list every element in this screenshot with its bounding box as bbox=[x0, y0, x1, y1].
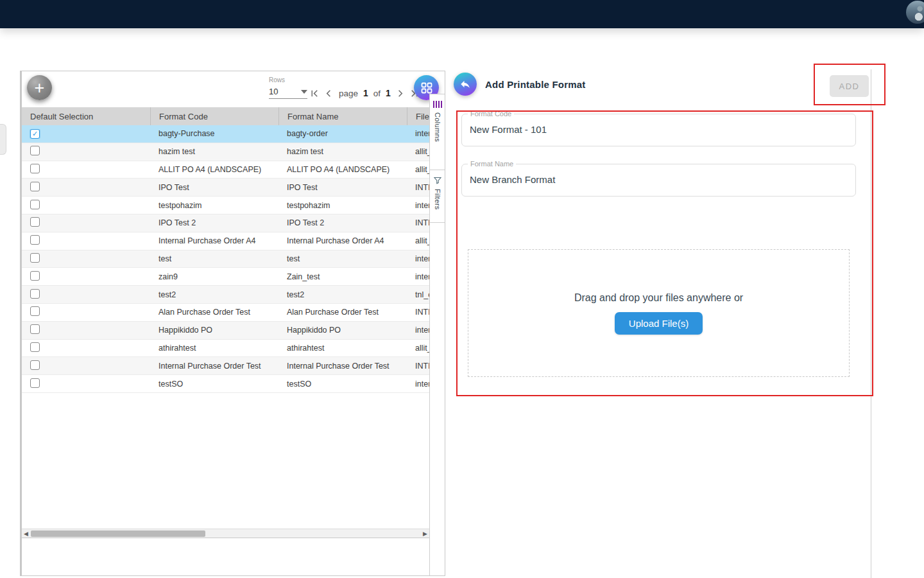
row-checkbox[interactable] bbox=[30, 253, 40, 263]
row-checkbox[interactable] bbox=[30, 342, 40, 352]
pager-current-page: 1 bbox=[363, 88, 368, 98]
prev-page-icon[interactable] bbox=[324, 89, 334, 98]
cell-format-code: IPO Test bbox=[150, 183, 278, 192]
app-window: + Rows 10 page 1 of 1 bbox=[0, 0, 924, 578]
format-code-field[interactable]: Format Code New Format - 101 bbox=[461, 114, 856, 146]
cell-format-code: ALLIT PO A4 (LANDSCAPE) bbox=[150, 165, 278, 174]
user-avatar[interactable] bbox=[906, 1, 924, 24]
back-arrow-icon bbox=[459, 78, 471, 90]
row-checkbox[interactable] bbox=[30, 217, 40, 227]
table-row[interactable]: athirahtestathirahtestallit_ bbox=[22, 340, 445, 358]
column-header[interactable]: Default Selection bbox=[22, 107, 150, 125]
row-checkbox[interactable] bbox=[30, 360, 40, 370]
row-checkbox[interactable] bbox=[30, 306, 40, 316]
cell-format-code: Internal Purchase Order A4 bbox=[150, 236, 278, 245]
upload-files-button[interactable]: Upload File(s) bbox=[615, 312, 703, 335]
panel-divider bbox=[871, 69, 871, 578]
table-row[interactable]: Internal Purchase Order A4Internal Purch… bbox=[22, 232, 445, 250]
table-row[interactable]: Internal Purchase Order TestInternal Pur… bbox=[22, 357, 445, 375]
add-row-button[interactable]: + bbox=[27, 75, 52, 100]
column-header[interactable]: Format Name bbox=[278, 107, 407, 125]
table-row[interactable]: testSOtestSOinter bbox=[22, 375, 445, 393]
cell-format-code: testSO bbox=[150, 380, 278, 389]
add-submit-button[interactable]: ADD bbox=[830, 75, 869, 97]
horizontal-scrollbar[interactable]: ◀ ▶ bbox=[22, 529, 429, 538]
filter-icon bbox=[434, 177, 441, 184]
tab-filters[interactable]: Filters bbox=[430, 170, 445, 223]
table-row[interactable]: zain9Zain_testinter bbox=[22, 268, 445, 286]
grid-toolbar: + Rows 10 page 1 of 1 bbox=[22, 71, 445, 107]
row-checkbox[interactable] bbox=[30, 324, 40, 334]
next-page-icon[interactable] bbox=[395, 89, 405, 98]
page-title: Add Printable Format bbox=[485, 79, 586, 90]
cell-format-code: hazim test bbox=[150, 147, 278, 156]
format-name-value: New Branch Format bbox=[470, 174, 555, 185]
cell-format-name: IPO Test bbox=[278, 183, 407, 192]
format-name-label: Format Name bbox=[468, 160, 516, 168]
pager: page 1 of 1 bbox=[310, 88, 419, 98]
cell-format-name: Internal Purchase Order Test bbox=[278, 362, 407, 371]
column-header[interactable]: Format Code bbox=[150, 107, 278, 125]
format-name-field[interactable]: Format Name New Branch Format bbox=[461, 164, 856, 197]
grid-body: ✓bagty-Purchasebagty-orderinterhazim tes… bbox=[22, 125, 445, 393]
cell-format-name: ALLIT PO A4 (LANDSCAPE) bbox=[278, 165, 407, 174]
table-header-row: Default SelectionFormat CodeFormat NameF… bbox=[22, 107, 445, 125]
row-checkbox[interactable] bbox=[30, 182, 40, 191]
cell-format-name: test2 bbox=[278, 290, 407, 299]
row-checkbox[interactable]: ✓ bbox=[30, 129, 40, 139]
rows-value: 10 bbox=[269, 87, 278, 96]
table-row[interactable]: Happikiddo POHappikiddo POinter bbox=[22, 322, 445, 340]
cell-format-name: athirahtest bbox=[278, 344, 407, 353]
cell-format-name: test bbox=[278, 254, 407, 263]
cell-format-code: testpohazim bbox=[150, 201, 278, 210]
cell-format-code: test2 bbox=[150, 290, 278, 299]
pager-page-word: page bbox=[339, 89, 358, 98]
formats-grid-panel: + Rows 10 page 1 of 1 bbox=[20, 71, 445, 576]
row-checkbox[interactable] bbox=[30, 235, 40, 245]
table-row[interactable]: IPO Test 2IPO Test 2INTE bbox=[22, 215, 445, 232]
left-drawer-handle[interactable] bbox=[0, 124, 6, 155]
row-checkbox[interactable] bbox=[30, 200, 40, 209]
first-page-icon[interactable] bbox=[310, 89, 320, 98]
scroll-left-icon[interactable]: ◀ bbox=[24, 530, 28, 538]
cell-format-code: test bbox=[150, 254, 278, 263]
cell-format-code: Alan Purchase Order Test bbox=[150, 308, 278, 317]
tab-columns[interactable]: Columns bbox=[430, 94, 445, 170]
rows-label: Rows bbox=[269, 76, 307, 83]
table-row[interactable]: test2test2tnl_c bbox=[22, 286, 445, 304]
cell-format-name: Alan Purchase Order Test bbox=[278, 308, 407, 317]
cell-format-code: bagty-Purchase bbox=[150, 129, 278, 138]
scroll-right-icon[interactable]: ▶ bbox=[423, 530, 427, 538]
back-button[interactable] bbox=[454, 73, 477, 96]
row-checkbox[interactable] bbox=[30, 271, 40, 281]
grid-icon bbox=[420, 82, 433, 94]
plus-icon: + bbox=[35, 78, 45, 98]
table-row[interactable]: testpohazimtestpohaziminter bbox=[22, 197, 445, 215]
cell-format-name: Internal Purchase Order A4 bbox=[278, 236, 407, 245]
cell-format-name: Happikiddo PO bbox=[278, 326, 407, 335]
table-row[interactable]: IPO TestIPO TestINTE bbox=[22, 179, 445, 197]
tab-columns-label: Columns bbox=[434, 112, 441, 142]
table-row[interactable]: Alan Purchase Order TestAlan Purchase Or… bbox=[22, 304, 445, 322]
cell-format-name: hazim test bbox=[278, 147, 407, 156]
pager-of-word: of bbox=[373, 89, 381, 98]
format-code-value: New Format - 101 bbox=[470, 124, 547, 135]
chevron-down-icon bbox=[301, 90, 307, 94]
table-row[interactable]: ✓bagty-Purchasebagty-orderinter bbox=[22, 125, 445, 143]
row-checkbox[interactable] bbox=[30, 146, 40, 155]
table-row[interactable]: ALLIT PO A4 (LANDSCAPE)ALLIT PO A4 (LAND… bbox=[22, 161, 445, 179]
row-checkbox[interactable] bbox=[30, 164, 40, 173]
cell-format-name: IPO Test 2 bbox=[278, 218, 407, 227]
table-row[interactable]: testtestinter bbox=[22, 250, 445, 268]
top-navbar bbox=[0, 0, 924, 28]
tab-filters-label: Filters bbox=[434, 189, 441, 210]
cell-format-name: testpohazim bbox=[278, 201, 407, 210]
file-dropzone[interactable]: Drag and drop your files anywhere or Upl… bbox=[468, 249, 850, 377]
table-row[interactable]: hazim testhazim testallit_ bbox=[22, 143, 445, 161]
cell-format-name: testSO bbox=[278, 380, 407, 389]
row-checkbox[interactable] bbox=[30, 289, 40, 299]
scrollbar-thumb[interactable] bbox=[31, 530, 205, 537]
rows-per-page-select[interactable]: Rows 10 bbox=[269, 76, 307, 99]
cell-format-code: athirahtest bbox=[150, 344, 278, 353]
row-checkbox[interactable] bbox=[30, 378, 40, 388]
